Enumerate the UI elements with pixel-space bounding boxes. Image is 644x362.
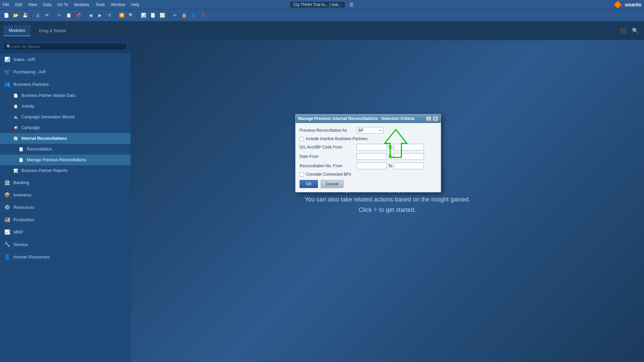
- gl-acct-to-input[interactable]: [394, 144, 424, 150]
- menu-view[interactable]: View: [28, 2, 37, 7]
- toolbar-filter[interactable]: 🔽: [117, 11, 126, 20]
- rec-no-from-input[interactable]: [357, 163, 387, 169]
- sidebar-item-bp-reports[interactable]: 📊 Business Partner Reports: [0, 165, 130, 176]
- toolbar-save[interactable]: 💾: [21, 11, 30, 20]
- toolbar-lock[interactable]: 🔒: [180, 11, 189, 20]
- sidebar-item-hr[interactable]: 👤 Human Resources: [0, 251, 130, 263]
- search-box[interactable]: 🔍: [3, 43, 127, 50]
- sidebar-item-activity[interactable]: 📋 Activity: [0, 101, 130, 112]
- sidebar-item-bp-masterdata[interactable]: 📄 Business Partner Master Data: [0, 90, 130, 101]
- menu-help[interactable]: Help: [131, 2, 140, 7]
- hamburger-button[interactable]: ☰: [350, 2, 354, 7]
- content-area: insight into the company performance. Yo…: [131, 40, 644, 362]
- toolbar-doc[interactable]: 📑: [149, 11, 157, 20]
- toolbar-search2[interactable]: 🔍: [127, 11, 136, 20]
- sidebar-item-banking[interactable]: 🏦 Banking: [0, 176, 130, 188]
- gl-acct-range: To: [357, 144, 437, 150]
- menu-file[interactable]: File: [3, 2, 9, 7]
- section-mrp: 📈 MRP: [0, 226, 130, 238]
- sidebar-item-manage-previous[interactable]: 📄 Manage Previous Reconciliations: [0, 155, 130, 165]
- bp-masterdata-icon: 📄: [13, 93, 18, 98]
- toolbar-sep-3: [84, 12, 85, 19]
- menu-goto[interactable]: Go To: [57, 2, 68, 7]
- service-icon: 🔧: [4, 241, 10, 247]
- sidebar-item-mrp[interactable]: 📈 MRP: [0, 226, 130, 238]
- sidebar-item-production[interactable]: 🏭 Production: [0, 214, 130, 226]
- toolbar-help[interactable]: ❓: [199, 11, 207, 20]
- consider-connected-checkbox[interactable]: [300, 172, 304, 177]
- gl-acct-from-input[interactable]: [357, 144, 387, 150]
- tab-drag-relate[interactable]: Drag & Relate: [34, 25, 72, 36]
- campaign-wizard-icon: 🧙: [13, 115, 18, 119]
- sidebar-item-internal-reconciliations[interactable]: 🔄 Internal Reconciliations: [0, 133, 130, 144]
- header-search-icon[interactable]: 🔍: [632, 27, 639, 34]
- date-from-row: Date From To: [300, 153, 437, 160]
- toolbar-new[interactable]: 📄: [2, 11, 11, 20]
- sidebar-label-resources: Resources: [13, 205, 34, 210]
- dialog-minimize-button[interactable]: _: [426, 116, 431, 121]
- cancel-button[interactable]: Cancel: [321, 180, 343, 188]
- toolbar-user[interactable]: 👤: [189, 11, 198, 20]
- tab-modules[interactable]: Modules: [3, 25, 31, 36]
- sidebar-label-sales: Sales - A/R: [13, 57, 35, 62]
- menu-window[interactable]: Window: [111, 2, 125, 7]
- menu-data[interactable]: Data: [43, 2, 51, 7]
- date-from-input[interactable]: [357, 153, 387, 160]
- sidebar-item-bp[interactable]: 👥 Business Partners: [0, 78, 130, 90]
- sidebar-item-sales[interactable]: 📊 Sales - A/R: [0, 53, 130, 65]
- smartis-logo-icon: [613, 0, 623, 9]
- toolbar-refresh[interactable]: ↺: [105, 11, 114, 20]
- sidebar-label-production: Production: [13, 217, 34, 222]
- menu-tools[interactable]: Tools: [95, 2, 105, 7]
- toolbar-chart[interactable]: 📊: [139, 11, 148, 20]
- sidebar-item-resources[interactable]: ⚙️ Resources: [0, 201, 130, 213]
- section-resources: ⚙️ Resources: [0, 201, 130, 214]
- toolbar-paste[interactable]: 📌: [74, 11, 83, 20]
- toolbar-open[interactable]: 📂: [11, 11, 20, 20]
- dialog-titlebar: Manage Previous Internal Reconciliations…: [296, 114, 441, 123]
- purchasing-icon: 🛒: [4, 69, 10, 75]
- menu-modules[interactable]: Modules: [74, 2, 89, 7]
- dialog-controls: _ ✕: [426, 116, 438, 121]
- date-to-input[interactable]: [394, 153, 424, 160]
- menu-edit[interactable]: Edit: [15, 2, 22, 7]
- sidebar-label-campaign-wizard: Campaign Generation Wizard: [21, 115, 74, 119]
- date-range: To: [357, 153, 437, 160]
- sidebar-item-campaign-wizard[interactable]: 🧙 Campaign Generation Wizard: [0, 112, 130, 122]
- consider-connected-row: Consider Connected BPs: [300, 172, 437, 177]
- sidebar-item-inventory[interactable]: 📦 Inventory: [0, 189, 130, 201]
- sidebar-item-purchasing[interactable]: 🛒 Purchasing - A/P: [0, 66, 130, 78]
- title-bar-text: Cty TNHH Trial In... | trial...: [290, 2, 345, 8]
- toolbar-forward[interactable]: ▶: [96, 11, 104, 20]
- toolbar-print[interactable]: 🖨: [33, 11, 42, 20]
- search-input[interactable]: [11, 44, 124, 49]
- toolbar-preview[interactable]: 👁: [43, 11, 51, 20]
- toolbar-cut[interactable]: ✂: [55, 11, 64, 20]
- content-plus-icon[interactable]: +: [374, 206, 378, 213]
- sidebar-label-campaign: Campaign: [21, 125, 40, 130]
- toolbar-edit2[interactable]: ✏: [170, 11, 179, 20]
- search-icon: 🔍: [6, 44, 11, 49]
- ok-button[interactable]: OK: [300, 180, 318, 188]
- dialog-body: Previous Reconciliation for BP ▼ Include…: [296, 123, 441, 192]
- sidebar-label-bp: Business Partners: [13, 82, 49, 87]
- toolbar-sep-2: [53, 12, 53, 19]
- prev-rec-row: Previous Reconciliation for BP ▼: [300, 127, 437, 134]
- sidebar-item-reconciliation[interactable]: 📄 Reconciliation: [0, 144, 130, 155]
- rec-no-to-label: To: [388, 164, 392, 168]
- toolbar-copy[interactable]: 📋: [64, 11, 73, 20]
- sidebar-item-service[interactable]: 🔧 Service: [0, 238, 130, 250]
- rec-no-to-input[interactable]: [394, 163, 424, 169]
- prev-rec-label: Previous Reconciliation for: [300, 128, 357, 133]
- toolbar-expand[interactable]: ⬜: [158, 11, 167, 20]
- include-inactive-checkbox[interactable]: [300, 137, 304, 141]
- banking-icon: 🏦: [4, 179, 10, 185]
- sidebar-label-bp-masterdata: Business Partner Master Data: [21, 93, 75, 98]
- sidebar-item-campaign[interactable]: 📢 Campaign: [0, 122, 130, 133]
- header-expand-icon[interactable]: ⬛: [620, 27, 627, 34]
- toolbar-back[interactable]: ◀: [86, 11, 95, 20]
- dialog-title: Manage Previous Internal Reconciliations…: [298, 116, 415, 121]
- prev-rec-dropdown[interactable]: BP ▼: [357, 127, 383, 134]
- dialog-close-button[interactable]: ✕: [433, 116, 438, 121]
- section-sales: 📊 Sales - A/R: [0, 53, 130, 66]
